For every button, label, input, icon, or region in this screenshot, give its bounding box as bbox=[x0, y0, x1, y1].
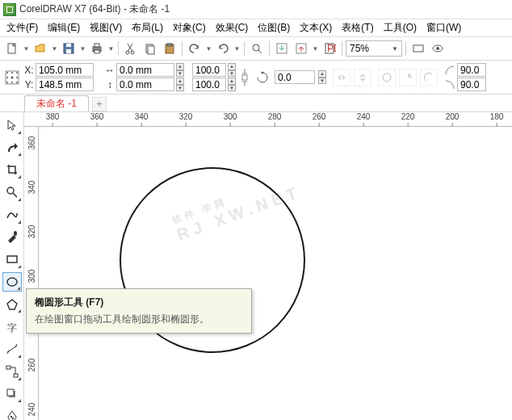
svg-rect-47 bbox=[10, 416, 12, 418]
y-label: Y: bbox=[24, 79, 34, 90]
redo-dropdown[interactable]: ▼ bbox=[233, 40, 241, 57]
svg-rect-12 bbox=[167, 44, 172, 46]
menu-edit[interactable]: 编辑(E) bbox=[43, 19, 85, 36]
height-input[interactable]: 0.0 mm bbox=[116, 78, 174, 91]
crop-tool[interactable] bbox=[2, 160, 22, 179]
paste-button[interactable] bbox=[161, 40, 178, 57]
doc-tab-active[interactable]: 未命名 -1 bbox=[24, 95, 89, 111]
svg-point-33 bbox=[383, 74, 391, 82]
svg-rect-3 bbox=[66, 44, 71, 47]
save-button[interactable] bbox=[60, 40, 78, 57]
x-position-input[interactable]: 105.0 mm bbox=[36, 63, 94, 77]
document-tabs: 未命名 -1 + bbox=[0, 94, 512, 112]
svg-point-30 bbox=[11, 82, 13, 83]
scale-x-spinner[interactable]: ▲▼ bbox=[228, 63, 236, 77]
svg-point-21 bbox=[436, 47, 439, 50]
menu-text[interactable]: 文本(X) bbox=[295, 19, 337, 36]
svg-rect-46 bbox=[7, 389, 14, 396]
new-tab-button[interactable]: + bbox=[92, 97, 107, 111]
connector-tool[interactable] bbox=[2, 362, 22, 381]
transparency-tool[interactable] bbox=[2, 406, 22, 420]
start-angle-input[interactable]: 90.0 bbox=[457, 63, 486, 77]
copy-button[interactable] bbox=[141, 40, 159, 57]
object-origin-icon[interactable] bbox=[3, 69, 21, 86]
print-button[interactable] bbox=[88, 40, 106, 57]
drop-shadow-tool[interactable] bbox=[2, 384, 22, 404]
new-button[interactable] bbox=[3, 40, 21, 57]
menu-table[interactable]: 表格(T) bbox=[337, 19, 378, 36]
end-angle-icon bbox=[444, 79, 455, 90]
svg-point-24 bbox=[11, 72, 13, 74]
lock-ratio-button[interactable] bbox=[239, 64, 250, 91]
menu-object[interactable]: 对象(C) bbox=[168, 19, 211, 36]
arc-mode-button[interactable] bbox=[420, 69, 438, 86]
window-title: CorelDRAW X7 (64-Bit) - 未命名 -1 bbox=[19, 2, 170, 16]
text-tool[interactable]: 字 bbox=[2, 317, 22, 336]
zoom-tool[interactable] bbox=[2, 183, 22, 202]
print-dropdown[interactable]: ▼ bbox=[107, 40, 115, 57]
svg-point-29 bbox=[6, 82, 8, 83]
width-input[interactable]: 0.0 mm bbox=[116, 63, 174, 77]
open-dropdown[interactable]: ▼ bbox=[51, 40, 58, 57]
rotation-input[interactable]: 0.0 bbox=[275, 70, 315, 84]
end-angle-input[interactable]: 90.0 bbox=[457, 78, 486, 91]
rotation-icon bbox=[254, 69, 271, 86]
menu-view[interactable]: 视图(V) bbox=[85, 19, 127, 36]
freehand-tool[interactable] bbox=[2, 205, 22, 225]
polygon-tool[interactable] bbox=[2, 295, 22, 314]
svg-rect-48 bbox=[12, 418, 14, 419]
svg-point-26 bbox=[6, 77, 8, 78]
svg-point-28 bbox=[16, 77, 18, 78]
undo-dropdown[interactable]: ▼ bbox=[205, 40, 212, 57]
menu-bitmap[interactable]: 位图(B) bbox=[253, 19, 295, 36]
svg-point-25 bbox=[16, 72, 18, 74]
svg-rect-10 bbox=[148, 46, 154, 54]
width-spinner[interactable]: ▲▼ bbox=[176, 63, 184, 77]
redo-button[interactable] bbox=[214, 40, 232, 57]
menu-file[interactable]: 文件(F) bbox=[2, 19, 43, 36]
drawing-canvas[interactable]: 软件 学网 RJ XW.NET bbox=[39, 127, 512, 420]
y-position-input[interactable]: 148.5 mm bbox=[36, 78, 94, 91]
scale-x-input[interactable]: 100.0 bbox=[192, 63, 226, 77]
ellipse-tool[interactable] bbox=[2, 272, 22, 292]
svg-rect-19 bbox=[413, 45, 423, 52]
search-button[interactable] bbox=[248, 40, 266, 57]
save-dropdown[interactable]: ▼ bbox=[79, 40, 86, 57]
vertical-ruler[interactable]: 360 340 320 300 280 260 240 bbox=[24, 127, 39, 420]
svg-rect-43 bbox=[6, 366, 10, 369]
undo-button[interactable] bbox=[186, 40, 204, 57]
artistic-media-tool[interactable] bbox=[2, 228, 22, 247]
scale-y-spinner[interactable]: ▲▼ bbox=[228, 78, 236, 91]
export-dropdown[interactable]: ▼ bbox=[312, 40, 319, 57]
horizontal-ruler[interactable]: 380 360 340 320 300 280 260 240 220 200 … bbox=[24, 112, 512, 127]
menu-layout[interactable]: 布局(L) bbox=[127, 19, 168, 36]
pick-tool[interactable] bbox=[2, 116, 22, 135]
scale-y-input[interactable]: 100.0 bbox=[192, 78, 226, 91]
svg-rect-2 bbox=[66, 49, 71, 53]
menu-tools[interactable]: 工具(O) bbox=[379, 19, 422, 36]
menu-window[interactable]: 窗口(W) bbox=[422, 19, 466, 36]
parallel-dim-tool[interactable] bbox=[2, 339, 22, 359]
start-angle-icon bbox=[444, 65, 455, 76]
property-bar: X: 105.0 mm Y: 148.5 mm ↔ 0.0 mm ▲▼ ↕ 0.… bbox=[0, 61, 512, 94]
publish-pdf-button[interactable]: PDF bbox=[321, 40, 338, 57]
cut-button[interactable] bbox=[122, 40, 140, 57]
pie-mode-button[interactable] bbox=[399, 69, 417, 86]
shape-tool[interactable] bbox=[2, 138, 22, 158]
height-label: ↕ bbox=[105, 79, 115, 90]
rectangle-tool[interactable] bbox=[2, 250, 22, 269]
tooltip-title: 椭圆形工具 (F7) bbox=[35, 296, 243, 309]
open-button[interactable] bbox=[31, 40, 49, 57]
import-button[interactable] bbox=[273, 40, 291, 57]
menu-effects[interactable]: 效果(C) bbox=[211, 19, 254, 36]
new-dropdown[interactable]: ▼ bbox=[23, 40, 30, 57]
height-spinner[interactable]: ▲▼ bbox=[176, 78, 184, 91]
fullscreen-button[interactable] bbox=[409, 40, 427, 57]
preview-button[interactable] bbox=[429, 40, 447, 57]
ellipse-mode-button[interactable] bbox=[378, 69, 396, 86]
export-button[interactable] bbox=[292, 40, 310, 57]
mirror-v-button[interactable] bbox=[354, 69, 371, 86]
rotation-spinner[interactable]: ▲▼ bbox=[318, 70, 326, 84]
zoom-level[interactable]: 75% ▼ bbox=[346, 40, 402, 57]
mirror-h-button[interactable] bbox=[333, 69, 350, 86]
